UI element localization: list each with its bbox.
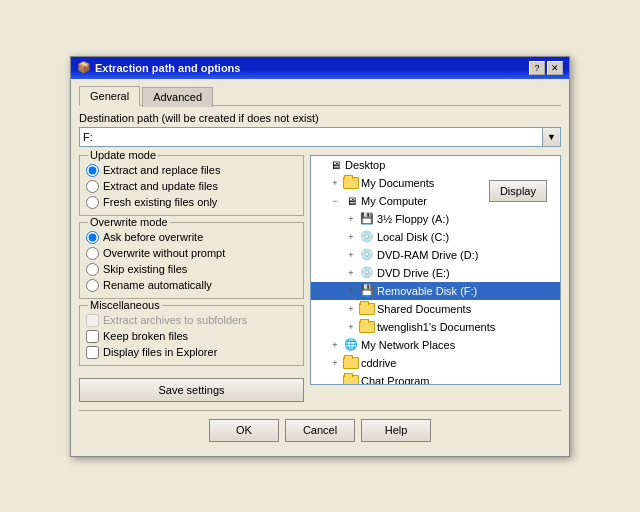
tree-label-dvd-e: DVD Drive (E:) xyxy=(377,267,450,279)
misc-options: Extract archives to subfolders Keep brok… xyxy=(86,314,297,359)
path-dropdown-btn[interactable]: ▼ xyxy=(542,128,560,146)
expander-network[interactable]: + xyxy=(327,337,343,353)
tree-item-cddrive[interactable]: + cddrive xyxy=(311,354,560,372)
content-area: General Advanced Destination path (will … xyxy=(71,79,569,456)
window-title: Extraction path and options xyxy=(95,62,240,74)
tab-advanced[interactable]: Advanced xyxy=(142,87,213,107)
dvd-e-icon: 💿 xyxy=(359,265,375,281)
tree-label-user-docs: twenglish1's Documents xyxy=(377,321,495,333)
tree-label-shared-docs: Shared Documents xyxy=(377,303,471,315)
user-docs-icon xyxy=(359,319,375,335)
title-buttons: ? ✕ xyxy=(529,61,563,75)
overwrite-mode-group: Overwrite mode Ask before overwrite Over… xyxy=(79,222,304,299)
tree-label-desktop: Desktop xyxy=(345,159,385,171)
check-keep-broken[interactable]: Keep broken files xyxy=(86,330,297,343)
tree-item-network[interactable]: + 🌐 My Network Places xyxy=(311,336,560,354)
check-display-explorer[interactable]: Display files in Explorer xyxy=(86,346,297,359)
title-bar-left: 📦 Extraction path and options xyxy=(77,61,240,74)
help-title-btn[interactable]: ? xyxy=(529,61,545,75)
tree-label-floppy: 3½ Floppy (A:) xyxy=(377,213,449,225)
tree-item-shared-docs[interactable]: + Shared Documents xyxy=(311,300,560,318)
radio-overwrite-without[interactable]: Overwrite without prompt xyxy=(86,247,297,260)
close-title-btn[interactable]: ✕ xyxy=(547,61,563,75)
overwrite-mode-title: Overwrite mode xyxy=(88,216,170,228)
mycomputer-icon: 🖥 xyxy=(343,193,359,209)
window-icon: 📦 xyxy=(77,61,91,74)
left-panel: Update mode Extract and replace files Ex… xyxy=(79,155,304,402)
ok-button[interactable]: OK xyxy=(209,419,279,442)
expander-user-docs[interactable]: + xyxy=(343,319,359,335)
tree-label-mydocs: My Documents xyxy=(361,177,434,189)
tree-label-network: My Network Places xyxy=(361,339,455,351)
tree-item-floppy[interactable]: + 💾 3½ Floppy (A:) xyxy=(311,210,560,228)
tree-item-local-c[interactable]: + 💿 Local Disk (C:) xyxy=(311,228,560,246)
tree-label-dvdram-d: DVD-RAM Drive (D:) xyxy=(377,249,478,261)
tree-item-user-docs[interactable]: + twenglish1's Documents xyxy=(311,318,560,336)
tree-label-chat: Chat Program xyxy=(361,375,429,385)
chat-icon xyxy=(343,373,359,385)
expander-removable-f[interactable]: + xyxy=(343,283,359,299)
shared-docs-icon xyxy=(359,301,375,317)
tree-label-removable-f: Removable Disk (F:) xyxy=(377,285,477,297)
desktop-icon: 🖥 xyxy=(327,157,343,173)
dvdram-icon: 💿 xyxy=(359,247,375,263)
tree-item-chat[interactable]: Chat Program xyxy=(311,372,560,385)
removable-f-icon: 💾 xyxy=(359,283,375,299)
expander-shared-docs[interactable]: + xyxy=(343,301,359,317)
network-icon: 🌐 xyxy=(343,337,359,353)
expander-dvd-e[interactable]: + xyxy=(343,265,359,281)
cancel-button[interactable]: Cancel xyxy=(285,419,355,442)
title-bar: 📦 Extraction path and options ? ✕ xyxy=(71,57,569,79)
tree-label-cddrive: cddrive xyxy=(361,357,396,369)
tab-bar: General Advanced xyxy=(79,85,561,106)
bottom-button-bar: OK Cancel Help xyxy=(79,410,561,448)
path-input[interactable] xyxy=(80,128,542,146)
main-window: 📦 Extraction path and options ? ✕ Genera… xyxy=(70,56,570,457)
expander-cddrive[interactable]: + xyxy=(327,355,343,371)
tab-general[interactable]: General xyxy=(79,86,140,106)
radio-ask-before[interactable]: Ask before overwrite xyxy=(86,231,297,244)
expander-dvdram-d[interactable]: + xyxy=(343,247,359,263)
destination-label: Destination path (will be created if doe… xyxy=(79,112,561,124)
miscellaneous-group: Miscellaneous Extract archives to subfol… xyxy=(79,305,304,366)
radio-skip-existing[interactable]: Skip existing files xyxy=(86,263,297,276)
check-extract-subfolders: Extract archives to subfolders xyxy=(86,314,297,327)
tree-label-mycomputer: My Computer xyxy=(361,195,427,207)
update-mode-group: Update mode Extract and replace files Ex… xyxy=(79,155,304,216)
drive-c-icon: 💿 xyxy=(359,229,375,245)
cddrive-icon xyxy=(343,355,359,371)
radio-extract-replace[interactable]: Extract and replace files xyxy=(86,164,297,177)
tree-item-dvdram-d[interactable]: + 💿 DVD-RAM Drive (D:) xyxy=(311,246,560,264)
tree-label-local-c: Local Disk (C:) xyxy=(377,231,449,243)
display-button[interactable]: Display xyxy=(489,180,547,202)
tree-item-dvd-e[interactable]: + 💿 DVD Drive (E:) xyxy=(311,264,560,282)
mydocs-icon xyxy=(343,175,359,191)
radio-rename-auto[interactable]: Rename automatically xyxy=(86,279,297,292)
save-settings-button[interactable]: Save settings xyxy=(79,378,304,402)
expander-floppy[interactable]: + xyxy=(343,211,359,227)
expander-local-c[interactable]: + xyxy=(343,229,359,245)
radio-extract-update[interactable]: Extract and update files xyxy=(86,180,297,193)
path-input-wrapper: ▼ xyxy=(79,127,561,147)
overwrite-mode-options: Ask before overwrite Overwrite without p… xyxy=(86,231,297,292)
radio-fresh-only[interactable]: Fresh existing files only xyxy=(86,196,297,209)
update-mode-title: Update mode xyxy=(88,149,158,161)
tree-item-removable-f[interactable]: + 💾 Removable Disk (F:) xyxy=(311,282,560,300)
floppy-icon: 💾 xyxy=(359,211,375,227)
update-mode-options: Extract and replace files Extract and up… xyxy=(86,164,297,209)
expander-desktop xyxy=(311,157,327,173)
expander-chat xyxy=(327,373,343,385)
miscellaneous-title: Miscellaneous xyxy=(88,299,162,311)
destination-section: Destination path (will be created if doe… xyxy=(79,112,561,147)
expander-mycomputer[interactable]: − xyxy=(327,193,343,209)
expander-mydocs[interactable]: + xyxy=(327,175,343,191)
tree-item-desktop[interactable]: 🖥 Desktop xyxy=(311,156,560,174)
help-button[interactable]: Help xyxy=(361,419,431,442)
